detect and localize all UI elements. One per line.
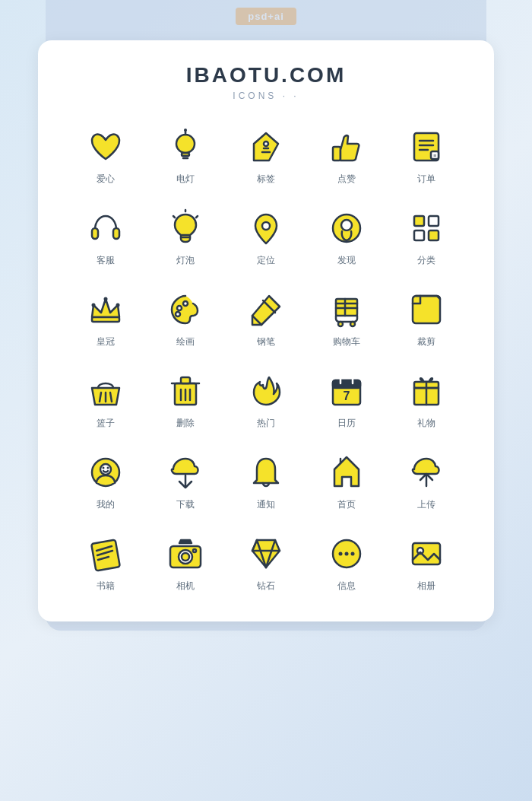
icon-label-home: 首页 [337,498,356,511]
svg-point-71 [106,467,109,469]
icon-label-delete: 删除 [176,417,195,430]
svg-rect-35 [92,317,119,322]
icon-label-paint: 绘画 [176,335,195,348]
icon-label-camera: 相机 [176,580,195,593]
icon-notify: 通知 [229,445,303,517]
icon-camera: 相机 [149,526,223,599]
icon-heart: 爱心 [68,119,143,192]
svg-text:7: 7 [343,389,350,402]
svg-point-90 [344,552,348,556]
icon-label-notify: 通知 [257,498,275,511]
icon-label-book: 书籍 [97,580,115,593]
icon-lamp: 电灯 [149,119,223,192]
svg-point-49 [350,322,355,326]
svg-point-36 [103,297,107,301]
icon-cut: 裁剪 [389,282,464,354]
icon-album: 相册 [389,526,464,599]
svg-rect-55 [181,377,190,383]
icon-label-bulb: 灯泡 [176,254,195,267]
icon-label-upload: 上传 [417,498,435,511]
icon-message: 信息 [309,526,384,599]
svg-rect-32 [429,216,439,226]
svg-line-26 [196,216,198,218]
icon-label-calendar: 日历 [337,417,356,430]
icon-label-pen: 钢笔 [257,335,275,348]
svg-rect-60 [333,380,360,388]
icon-label-tag: 标签 [257,173,275,186]
svg-line-27 [173,216,175,218]
icon-label-headphone: 客服 [97,254,115,267]
svg-rect-75 [91,539,120,571]
icon-calendar: 7 日历 [309,364,384,436]
icon-tag: 标签 [229,119,303,192]
icon-label-lamp: 电灯 [176,173,195,186]
icon-gift: 礼物 [389,364,464,436]
icon-label-location: 定位 [257,254,275,267]
icon-cart: 购物车 [309,282,384,354]
icon-label-message: 信息 [337,580,356,593]
icon-pen: 钢笔 [229,282,303,354]
icon-card: IBAOTU.COM ICONS · · 爱心 [38,40,494,621]
svg-point-38 [116,304,119,307]
icon-hot: 热门 [229,364,303,436]
icon-label-basket: 篮子 [97,417,115,430]
svg-point-48 [338,322,343,326]
svg-point-8 [184,129,187,132]
icon-label-me: 我的 [97,498,115,511]
icon-basket: 篮子 [68,364,143,436]
icon-home: 首页 [309,445,384,517]
icon-label-category: 分类 [417,254,435,267]
icon-diamond: 钻石 [229,526,303,599]
svg-rect-22 [113,228,119,239]
svg-point-89 [338,552,342,556]
svg-point-69 [100,464,111,475]
icon-order: ≡ 订单 [389,119,464,192]
svg-rect-34 [429,230,439,240]
icon-download: 下载 [149,445,223,517]
svg-point-41 [176,312,180,316]
icons-grid: 爱心 [68,119,464,599]
icon-label-diamond: 钻石 [257,580,275,593]
icon-label-discover: 发现 [337,254,356,267]
icon-label-download: 下载 [176,498,195,511]
svg-point-11 [264,141,268,146]
svg-point-28 [262,222,270,230]
icon-label-order: 订单 [417,173,435,186]
icon-headphone: 客服 [68,201,143,273]
icon-label-gift: 礼物 [417,417,435,430]
svg-point-91 [350,552,354,556]
svg-point-81 [182,553,189,561]
svg-point-37 [91,304,95,307]
icon-category: 分类 [389,201,464,273]
icon-crown: 皇冠 [68,282,143,354]
icon-discover: 发现 [309,201,384,273]
card-title: IBAOTU.COM [68,63,464,87]
svg-marker-83 [252,540,280,567]
icon-label-album: 相册 [417,580,435,593]
svg-point-40 [183,301,188,306]
icon-label-hot: 热门 [257,417,275,430]
icon-delete: 删除 [149,364,223,436]
icon-like: 点赞 [309,119,384,192]
card-subtitle: ICONS · · [68,91,464,101]
icon-label-like: 点赞 [337,173,356,186]
svg-point-82 [193,549,196,552]
svg-rect-21 [92,228,98,239]
svg-point-70 [102,467,104,469]
svg-point-30 [341,220,352,230]
svg-point-39 [177,306,182,310]
icon-upload: 上传 [389,445,464,517]
svg-text:≡: ≡ [433,153,436,158]
svg-rect-33 [414,230,424,240]
svg-rect-14 [333,147,340,161]
icon-label-cart: 购物车 [333,335,360,348]
card-header: IBAOTU.COM ICONS · · [68,63,464,101]
icon-label-cut: 裁剪 [417,335,435,348]
svg-rect-31 [414,216,424,226]
icon-label-heart: 爱心 [97,173,115,186]
icon-location: 定位 [229,201,303,273]
icon-book: 书籍 [68,526,143,599]
icon-bulb: 灯泡 [149,201,223,273]
svg-rect-92 [413,543,440,564]
svg-marker-73 [334,457,359,486]
